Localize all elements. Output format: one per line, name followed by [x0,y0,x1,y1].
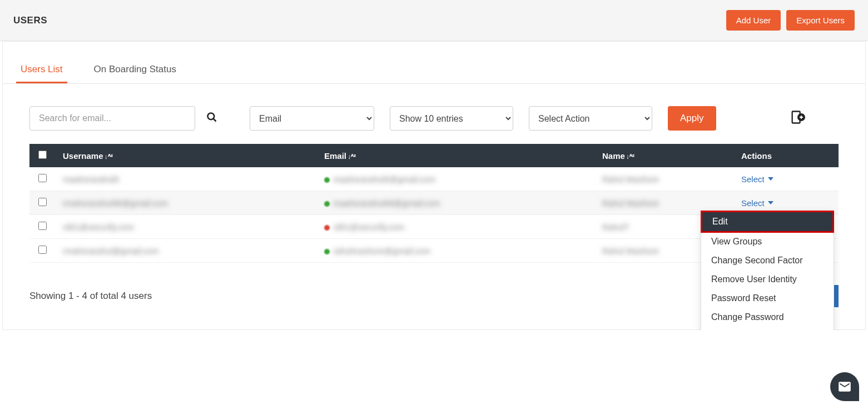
cell-email: maahorarahul48@gmail.com [333,198,440,208]
controls-row: Email Show 10 entries Select Action Appl… [3,84,865,144]
cell-email: rd01@securify.com [333,222,404,232]
cell-name: Rahul Mashore [602,246,659,256]
table-row: maahorarahul0 maahorarahul0@gmail.com Ra… [29,167,839,191]
row-checkbox[interactable] [38,198,47,206]
row-checkbox[interactable] [38,246,47,254]
cell-name: Rahul Mashore [602,198,659,208]
add-column-icon[interactable] [790,109,839,127]
cell-name: Rahul Mashore [602,174,659,184]
tabs: Users List On Boarding Status [3,58,865,84]
status-dot-icon [324,225,330,231]
svg-line-1 [214,118,216,121]
export-users-button[interactable]: Export Users [786,10,855,31]
header-email-label: Email [324,151,346,161]
dropdown-item-change-password[interactable]: Change Password [701,308,834,327]
header-email[interactable]: Email↓ᴬᶻ [316,144,594,167]
content-card: Users List On Boarding Status Email Show… [2,41,866,330]
search-input[interactable] [29,106,195,131]
status-dot-icon [324,201,330,207]
dropdown-item-change-second-factor[interactable]: Change Second Factor [701,251,834,270]
select-label: Select [741,198,765,208]
tab-users-list[interactable]: Users List [16,58,67,83]
chevron-down-icon [768,201,773,204]
dropdown-item-remove-identity[interactable]: Remove User Identity [701,270,834,289]
cell-email: rahulmashore@gmail.com [333,246,430,256]
bulk-action-select[interactable]: Select Action [529,106,652,131]
showing-text: Showing 1 - 4 of total 4 users [29,291,152,302]
row-actions-select[interactable]: Select [741,198,773,208]
add-user-button[interactable]: Add User [726,10,781,31]
page-title: USERS [13,15,47,26]
select-all-checkbox[interactable] [38,151,47,159]
row-checkbox[interactable] [38,174,47,182]
search-icon[interactable] [206,112,217,126]
status-dot-icon [324,177,330,183]
status-dot-icon [324,249,330,254]
header-name-label: Name [602,151,625,161]
header-checkbox-cell [29,144,55,167]
dropdown-item-view-groups[interactable]: View Groups [701,232,834,251]
select-label: Select [741,174,765,184]
header-actions: Actions [733,144,839,167]
row-actions-select[interactable]: Select [741,174,773,184]
header-name[interactable]: Name↓ᴬᶻ [594,144,733,167]
dropdown-item-update-device-limit[interactable]: Update Device Limit [701,327,834,330]
header-username[interactable]: Username↓ᴬᶻ [55,144,316,167]
tab-onboarding-status[interactable]: On Boarding Status [90,58,181,83]
sort-icon: ↓ᴬᶻ [626,153,634,161]
cell-username: rmahorarahul@gmail.com [63,246,159,256]
table-header-row: Username↓ᴬᶻ Email↓ᴬᶻ Name↓ᴬᶻ Actions [29,144,839,167]
chevron-down-icon [768,177,773,181]
cell-email: maahorarahul0@gmail.com [333,174,435,184]
cell-username: rmahorarahul48@gmail.com [63,198,168,208]
cell-name: RahulT [602,222,629,232]
sort-icon: ↓ᴬᶻ [105,153,113,161]
filter-by-select[interactable]: Email [250,106,374,131]
header-username-label: Username [63,151,103,161]
dropdown-item-edit[interactable]: Edit [702,212,832,231]
header-actions: Add User Export Users [726,10,855,31]
row-checkbox[interactable] [38,222,47,230]
cell-username: rd01@securify.com [63,222,134,232]
cell-username: maahorarahul0 [63,174,119,184]
sort-icon: ↓ᴬᶻ [348,153,356,161]
table-wrap: Username↓ᴬᶻ Email↓ᴬᶻ Name↓ᴬᶻ Actions maa… [3,144,865,276]
entries-select[interactable]: Show 10 entries [390,106,513,131]
page-header: USERS Add User Export Users [0,0,868,41]
dropdown-item-password-reset[interactable]: Password Reset [701,289,834,308]
row-actions-dropdown: Edit View Groups Change Second Factor Re… [701,211,834,330]
apply-button[interactable]: Apply [668,106,716,131]
svg-point-0 [208,113,215,119]
